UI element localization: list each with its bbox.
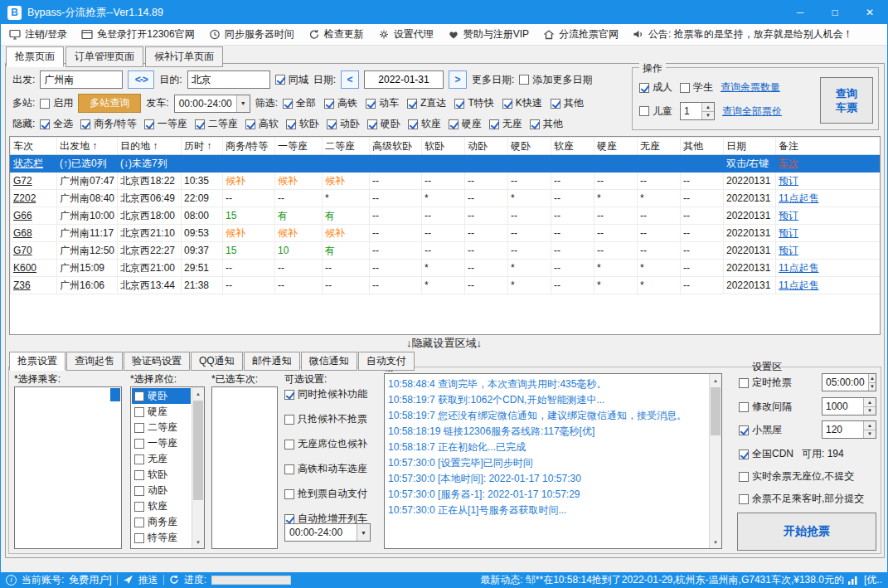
optional-setting-checkbox[interactable]: 只抢候补不抢票 [284,412,367,426]
hide-column-checkbox[interactable]: 硬卧 [367,117,400,131]
passenger-list[interactable] [14,386,122,549]
cell-link[interactable]: G68 [11,225,57,242]
timed-grab-time-stepper[interactable]: 05:00:00 ▲▼ [822,373,876,391]
column-header[interactable]: 动卧 [465,138,508,155]
column-header[interactable]: 无座 [638,138,681,155]
column-header[interactable]: 车次 [11,138,57,155]
table-row[interactable]: G70广州南12:50北京西22:2709:371510有-----------… [11,242,881,260]
seat-option[interactable]: 动卧 [132,483,191,498]
optional-setting-checkbox[interactable]: 无座席位也候补 [284,437,367,451]
spin-up-button[interactable]: ▲ [864,421,876,430]
settings-tab[interactable]: 微信通知 [301,352,357,371]
train-type-checkbox[interactable]: 全部 [283,96,316,110]
depart-station-input[interactable] [40,70,123,89]
hide-column-checkbox[interactable]: 商务/特等 [80,117,136,131]
spin-down-button[interactable]: ▼ [869,383,876,391]
spin-up-button[interactable]: ▲ [869,374,876,383]
seat-option[interactable]: 软卧 [132,467,191,483]
cell-link[interactable]: 预订 [776,242,881,260]
cell-link[interactable]: G72 [11,173,57,190]
hide-column-checkbox[interactable]: 动卧 [327,117,360,131]
spin-down-button[interactable]: ▼ [702,112,714,120]
table-row[interactable]: G68广州南11:17北京西21:1009:53候补候补候补----------… [11,225,881,242]
start-grabbing-button[interactable]: 开始抢票 [737,513,876,551]
column-header[interactable]: 二等座 [323,138,370,155]
hide-column-checkbox[interactable]: 高软 [245,117,279,131]
multi-station-query-button[interactable]: 多站查询 [78,94,141,113]
main-tab[interactable]: 抢票页面 [6,46,64,67]
train-type-checkbox[interactable]: T特快 [454,96,493,110]
column-header[interactable]: 目的地 ↑ [118,138,182,155]
cell-link[interactable]: 预订 [776,207,881,225]
add-more-dates-checkbox[interactable]: 添加更多日期 [519,73,592,87]
seat-list[interactable]: 硬卧 硬座 二等座 一等座 无座 软卧 动卧 软座 [130,386,205,549]
spin-down-button[interactable]: ▼ [864,430,876,439]
train-type-checkbox[interactable]: 动车 [366,96,399,110]
seat-option[interactable]: 特等座 [132,530,191,546]
cell-link[interactable]: Z202 [11,190,57,207]
scroll-up-button[interactable]: ▲ [710,374,721,386]
hide-column-checkbox[interactable]: 无座 [489,117,522,131]
table-row[interactable]: Z36广州16:06北京西13:4421:38--------*--*--**-… [11,277,881,294]
column-header[interactable]: 硬卧 [508,138,551,155]
cell-link[interactable]: K600 [11,260,57,277]
toolbar-item-sync-time[interactable]: 同步服务器时间 [209,27,294,41]
query-all-prices-link[interactable]: 查询全部票价 [722,104,782,119]
column-header[interactable]: 硬座 [594,138,638,155]
toolbar-item-proxy[interactable]: 设置代理 [378,27,434,41]
column-header[interactable]: 软卧 [422,138,465,155]
partial-submit-checkbox[interactable]: 余票不足乘客时,部分提交 [739,492,864,506]
spin-down-button[interactable]: ▼ [864,407,876,415]
child-count-stepper[interactable]: 1 ▲ ▼ [680,102,715,120]
column-header[interactable]: 软座 [551,138,594,155]
swap-stations-button[interactable]: <-> [128,70,154,89]
toolbar-item-vip[interactable]: 赞助与注册VIP [448,27,529,41]
minimize-button[interactable]: ─ [783,1,818,24]
toolbar-item-official-site[interactable]: 分流抢票官网 [543,27,619,41]
seat-option[interactable]: 硬卧 [132,388,191,404]
grab-time-range-select[interactable]: 00:00-24:00 ▼ [284,523,371,542]
query-remaining-tickets-link[interactable]: 查询余票数量 [721,80,780,95]
optional-setting-checkbox[interactable]: 同时抢候补功能 [284,387,367,401]
seat-option[interactable]: 硬座 [132,404,191,420]
cell-link[interactable]: 预订 [776,173,881,190]
hide-column-checkbox[interactable]: 其他 [530,117,563,131]
cell-link[interactable]: G66 [11,207,57,225]
hide-column-checkbox[interactable]: 二等座 [195,117,238,131]
blacklist-checkbox[interactable]: 小黑屋 [739,423,782,437]
scroll-down-button[interactable]: ▼ [710,536,721,548]
hide-column-checkbox[interactable]: 硬座 [449,117,482,131]
train-type-checkbox[interactable]: Z直达 [407,96,446,110]
toolbar-item-check-update[interactable]: 检查更新 [308,27,364,41]
scrollbar-thumb[interactable] [193,401,203,500]
seat-option[interactable]: 商务座 [132,514,191,530]
prev-date-button[interactable]: < [341,70,359,89]
scrollbar-thumb[interactable] [711,387,721,435]
settings-tab[interactable]: 验证码设置 [124,352,190,371]
toolbar-item-open-12306[interactable]: 免登录打开12306官网 [81,27,194,41]
next-date-button[interactable]: > [449,70,467,89]
blacklist-time-stepper[interactable]: 120 ▲▼ [822,420,876,439]
query-tickets-button[interactable]: 查询 车票 [820,77,873,124]
spin-up-button[interactable]: ▲ [702,103,714,112]
toolbar-item-announcement[interactable]: 公告: 抢票靠的是坚持，放弃就是给别人机会！ [633,27,853,41]
settings-tab[interactable]: 自动支付 [358,352,415,371]
close-button[interactable]: ✕ [852,1,887,24]
date-input[interactable] [364,70,444,89]
table-row[interactable]: K600广州15:09北京西21:0029:51--------*--*--**… [11,260,881,277]
train-type-checkbox[interactable]: 其他 [551,96,584,110]
column-header[interactable]: 日期 [724,138,776,155]
cell-link[interactable]: 11点起售 [776,260,881,277]
cell-link[interactable]: G70 [11,242,57,260]
table-row[interactable]: G66广州南10:00北京西18:0008:0015有有------------… [11,207,881,225]
column-header[interactable]: 备注 [776,138,881,155]
column-header[interactable]: 一等座 [275,138,323,155]
spin-up-button[interactable]: ▲ [864,398,876,407]
train-type-checkbox[interactable]: K快速 [502,96,542,110]
cell-link[interactable]: 预订 [776,225,881,242]
settings-tab[interactable]: 邮件通知 [244,352,300,371]
optional-setting-checkbox[interactable]: 抢到票自动支付 [284,487,367,501]
optional-setting-checkbox[interactable]: 高铁和动车选座 [284,462,367,476]
table-row[interactable]: 状态栏(↑)已选0列(↓)未选7列双击/右键车次 [11,155,881,173]
no-seat-no-submit-checkbox[interactable]: 实时余票无座位,不提交 [739,469,854,484]
